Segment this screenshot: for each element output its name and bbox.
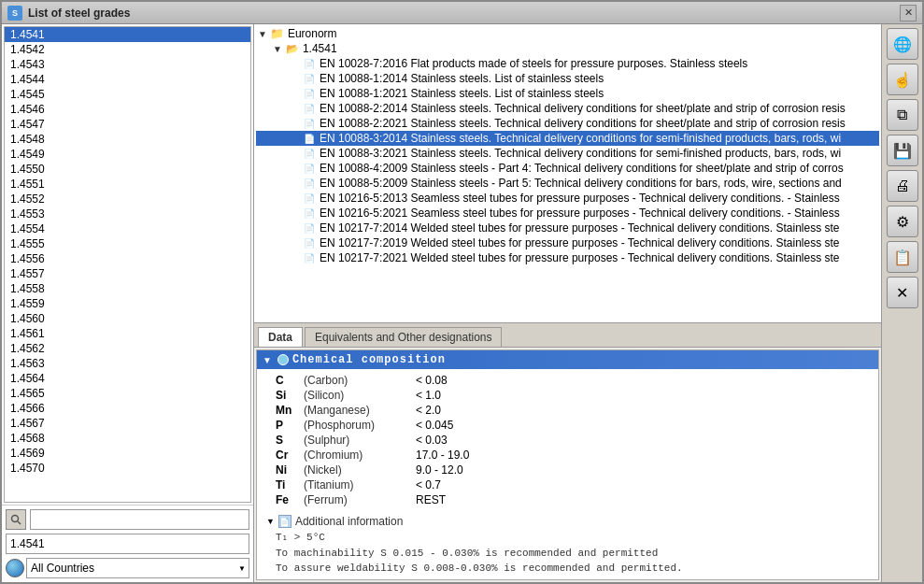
title-bar: S List of steel grades ✕	[2, 2, 922, 24]
tree-node[interactable]: 📄EN 10088-4:2009 Stainless steels - Part…	[256, 161, 879, 176]
copy-button[interactable]: ⧉	[887, 99, 918, 131]
grade-item[interactable]: 1.4541	[5, 27, 250, 42]
grade-item[interactable]: 1.4560	[5, 311, 250, 326]
grade-item[interactable]: 1.4558	[5, 281, 250, 296]
grade-item[interactable]: 1.4556	[5, 251, 250, 266]
grade-item[interactable]: 1.4548	[5, 132, 250, 147]
chem-value: REST	[416, 493, 446, 506]
tree-node[interactable]: 📄EN 10088-1:2014 Stainless steels. List …	[256, 71, 879, 86]
doc-icon: 📄	[303, 207, 316, 220]
grade-item[interactable]: 1.4563	[5, 356, 250, 371]
grade-item[interactable]: 1.4553	[5, 207, 250, 221]
tab-data[interactable]: Data	[258, 327, 303, 347]
tree-node[interactable]: 📄EN 10088-3:2014 Stainless steels. Techn…	[256, 131, 879, 146]
chem-symbol: P	[276, 419, 304, 432]
doc-icon: 📄	[303, 162, 316, 175]
add-info-header[interactable]: ▼ 📄 Additional information	[266, 515, 869, 528]
grade-item[interactable]: 1.4559	[5, 296, 250, 311]
doc-icon: 📄	[303, 102, 316, 115]
globe-button[interactable]: 🌐	[887, 28, 918, 60]
grade-item[interactable]: 1.4561	[5, 326, 250, 341]
chem-value: < 0.7	[416, 478, 441, 491]
tree-node-label: EN 10088-2:2021 Stainless steels. Techni…	[320, 117, 846, 130]
grade-item[interactable]: 1.4545	[5, 87, 250, 102]
grade-item[interactable]: 1.4543	[5, 57, 250, 72]
grade-item[interactable]: 1.4565	[5, 386, 250, 401]
grade-item[interactable]: 1.4569	[5, 446, 250, 461]
chem-value: < 0.08	[416, 374, 448, 387]
grade-item[interactable]: 1.4552	[5, 192, 250, 207]
additional-info-section: ▼ 📄 Additional information T₁ > 5°CTo ma…	[257, 511, 878, 580]
grade-item[interactable]: 1.4562	[5, 341, 250, 356]
left-bottom: 1.4541 All CountriesGermanyUSAUKFranceJa…	[2, 505, 253, 582]
tree-node[interactable]: 📄EN 10216-5:2021 Seamless steel tubes fo…	[256, 206, 879, 221]
svg-point-0	[12, 516, 19, 522]
tree-grade-row[interactable]: ▼ 📂 1.4541	[256, 41, 879, 56]
chem-row: Mn(Manganese)< 2.0	[276, 403, 860, 418]
doc-icon: 📄	[303, 251, 316, 264]
chem-value: < 2.0	[416, 404, 441, 417]
country-select[interactable]: All CountriesGermanyUSAUKFranceJapan	[26, 558, 249, 578]
cancel-button[interactable]: ✕	[887, 277, 918, 308]
grade-item[interactable]: 1.4544	[5, 72, 250, 87]
tree-node[interactable]: 📄EN 10217-7:2019 Welded steel tubes for …	[256, 235, 879, 250]
grade-folder-icon: 📂	[286, 42, 299, 55]
gear-button[interactable]: ⚙	[887, 206, 918, 237]
grade-item[interactable]: 1.4567	[5, 416, 250, 431]
left-panel: 1.45411.45421.45431.45441.45451.45461.45…	[2, 24, 254, 582]
tree-root-arrow: ▼	[258, 29, 267, 39]
tree-node[interactable]: 📄EN 10028-7:2016 Flat products made of s…	[256, 56, 879, 71]
grade-item[interactable]: 1.4557	[5, 266, 250, 281]
standards-tree-panel[interactable]: ▼ 📁 Euronorm ▼ 📂 1.4541 📄EN 10028-7:2016…	[254, 24, 881, 323]
window-close-button[interactable]: ✕	[900, 5, 917, 21]
tree-node[interactable]: 📄EN 10216-5:2013 Seamless steel tubes fo…	[256, 191, 879, 206]
tree-node[interactable]: 📄EN 10088-5:2009 Stainless steels - Part…	[256, 176, 879, 191]
chem-title: Chemical composition	[292, 353, 446, 366]
grade-item[interactable]: 1.4551	[5, 177, 250, 192]
grade-item[interactable]: 1.4542	[5, 42, 250, 57]
doc-icon: 📄	[303, 72, 316, 85]
finger-button[interactable]: ☝	[887, 64, 918, 95]
grade-item[interactable]: 1.4554	[5, 221, 250, 236]
chem-symbol: S	[276, 434, 304, 447]
grade-item[interactable]: 1.4549	[5, 147, 250, 162]
doc-icon: 📄	[303, 192, 316, 205]
folder-icon: 📁	[271, 27, 284, 40]
grade-item[interactable]: 1.4546	[5, 102, 250, 117]
save-button[interactable]: 💾	[887, 135, 918, 166]
tree-node[interactable]: 📄EN 10217-7:2021 Welded steel tubes for …	[256, 250, 879, 265]
grade-item[interactable]: 1.4568	[5, 431, 250, 446]
main-content: 1.45411.45421.45431.45441.45451.45461.45…	[2, 24, 922, 582]
chem-header[interactable]: ▼ Chemical composition	[257, 350, 878, 369]
tree-node[interactable]: 📄EN 10217-7:2014 Welded steel tubes for …	[256, 221, 879, 235]
add-info-line: T₁ > 5°C	[276, 530, 869, 546]
search-button[interactable]	[6, 509, 26, 530]
print-button[interactable]: 🖨	[887, 170, 918, 202]
grade-item[interactable]: 1.4570	[5, 461, 250, 476]
tree-node[interactable]: 📄EN 10088-2:2014 Stainless steels. Techn…	[256, 101, 879, 116]
data-content[interactable]: ▼ Chemical composition C(Carbon)< 0.08Si…	[256, 349, 879, 580]
tree-root-row[interactable]: ▼ 📁 Euronorm	[256, 26, 879, 41]
grade-item[interactable]: 1.4550	[5, 162, 250, 177]
tab-equivalents-and-other-designations[interactable]: Equivalents and Other designations	[305, 327, 502, 347]
grade-item[interactable]: 1.4566	[5, 401, 250, 416]
grade-item[interactable]: 1.4564	[5, 371, 250, 386]
tree-node[interactable]: 📄EN 10088-2:2021 Stainless steels. Techn…	[256, 116, 879, 131]
tree-node[interactable]: 📄EN 10088-1:2021 Stainless steels. List …	[256, 86, 879, 101]
grade-item[interactable]: 1.4547	[5, 117, 250, 132]
tree-node[interactable]: 📄EN 10088-3:2021 Stainless steels. Techn…	[256, 146, 879, 161]
export-button[interactable]: 📋	[887, 241, 918, 273]
chem-symbol: Si	[276, 389, 304, 402]
grade-list[interactable]: 1.45411.45421.45431.45441.45451.45461.45…	[4, 26, 251, 503]
grade-item[interactable]: 1.4555	[5, 236, 250, 251]
tree-node-label: EN 10028-7:2016 Flat products made of st…	[320, 57, 747, 70]
chem-row: Fe(Ferrum)REST	[276, 492, 860, 507]
chem-value: < 0.03	[416, 434, 448, 447]
add-info-icon: 📄	[278, 515, 291, 528]
grade-display: 1.4541	[6, 534, 249, 554]
chem-row: C(Carbon)< 0.08	[276, 373, 860, 388]
search-row	[6, 509, 249, 530]
tree-nodes: 📄EN 10028-7:2016 Flat products made of s…	[256, 56, 879, 265]
chem-name: (Nickel)	[304, 463, 416, 477]
search-input[interactable]	[30, 509, 249, 530]
